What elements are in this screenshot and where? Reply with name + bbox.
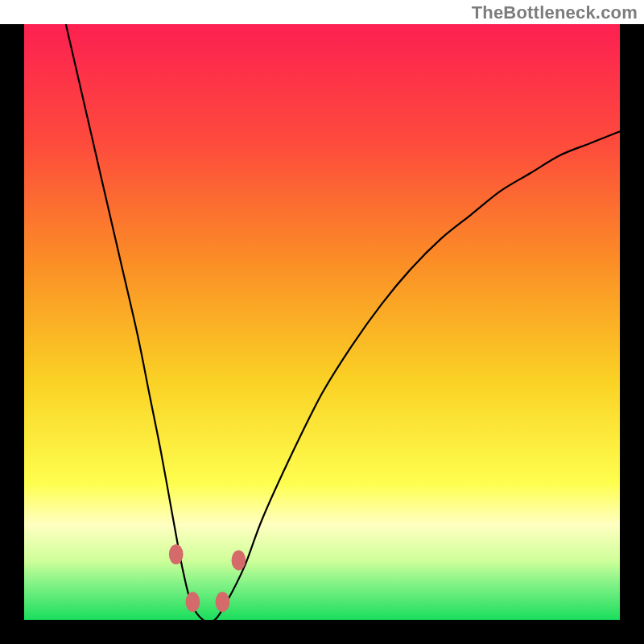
marker-layer	[24, 24, 620, 620]
plot-area	[24, 24, 620, 620]
watermark-text: TheBottleneck.com	[472, 2, 638, 23]
marker-right-lower	[216, 592, 230, 612]
marker-right-upper	[232, 551, 246, 571]
chart-stage: TheBottleneck.com	[0, 0, 644, 644]
marker-left-upper	[169, 544, 184, 564]
marker-left-lower	[186, 592, 200, 612]
